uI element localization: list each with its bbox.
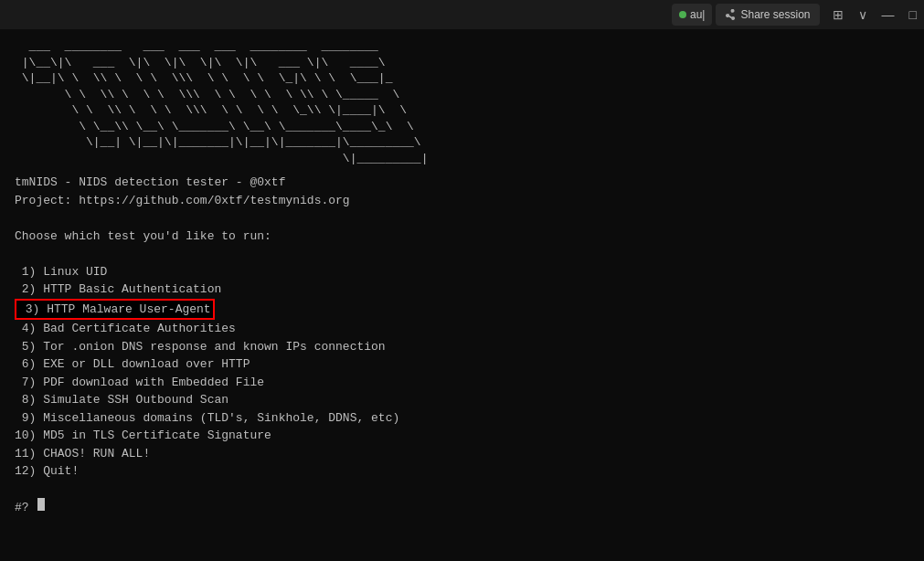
chevron-button[interactable]: ∨	[851, 0, 875, 29]
minimize-button[interactable]: —	[875, 0, 902, 29]
maximize-icon: □	[909, 7, 917, 22]
share-session-button[interactable]: Share session	[716, 4, 819, 26]
chevron-down-icon: ∨	[858, 7, 867, 22]
session-indicator: au|	[672, 4, 712, 26]
session-status-dot	[679, 11, 686, 18]
prompt: #?	[15, 501, 36, 514]
ascii-art-display: ___ ________ ___ ___ ___ ________ ______…	[15, 38, 909, 166]
terminal: ___ ________ ___ ___ ___ ________ ______…	[0, 29, 924, 561]
topbar: au| Share session ⊞ ∨ — □	[0, 0, 924, 29]
share-icon	[725, 9, 736, 20]
session-indicator-label: au|	[690, 8, 705, 21]
split-view-button[interactable]: ⊞	[825, 0, 851, 29]
cursor	[37, 498, 45, 511]
minimize-icon: —	[882, 7, 895, 22]
split-view-icon: ⊞	[833, 7, 844, 22]
topbar-actions: au| Share session ⊞ ∨ — □	[672, 0, 924, 29]
highlighted-menu-item: 3) HTTP Malware User-Agent	[15, 299, 215, 321]
share-session-label: Share session	[740, 8, 810, 21]
maximize-button[interactable]: □	[902, 0, 924, 29]
terminal-content: tmNIDS - NIDS detection tester - @0xtf P…	[15, 174, 909, 517]
